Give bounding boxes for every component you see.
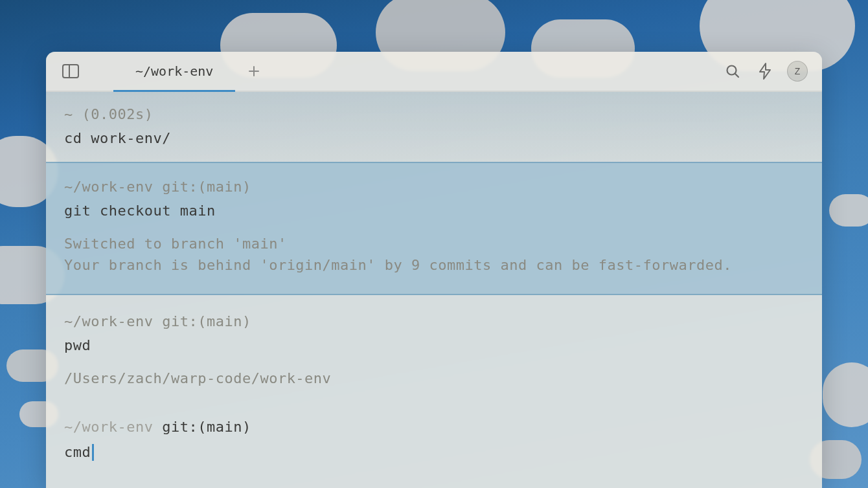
active-input-block[interactable]: ~/work-env git:(main) cmd — [46, 401, 822, 476]
prompt-path: ~/work-env — [64, 419, 162, 435]
tab-bar: ~/work-env — [113, 52, 722, 91]
terminal-body: ~ (0.002s) cd work-env/ ~/work-env git:(… — [46, 92, 822, 476]
avatar-initial: Z — [795, 66, 801, 76]
prompt-text: ~/work-env git:(main) — [64, 311, 804, 332]
command-block[interactable]: ~/work-env git:(main) pwd /Users/zach/wa… — [46, 295, 822, 401]
title-bar-right: Z — [722, 61, 808, 82]
output-text: /Users/zach/warp-code/work-env — [64, 368, 804, 389]
input-text: cmd — [64, 441, 91, 463]
bg-cloud — [823, 362, 868, 427]
svg-marker-6 — [760, 63, 770, 79]
new-tab-button[interactable] — [235, 65, 273, 77]
prompt-git: git:(main) — [162, 419, 251, 435]
tab-work-env[interactable]: ~/work-env — [113, 52, 235, 91]
command-text: pwd — [64, 335, 804, 356]
bg-cloud — [829, 194, 868, 227]
terminal-window: ~/work-env Z — [46, 52, 822, 488]
svg-line-5 — [735, 74, 738, 77]
output-text: Switched to branch 'main' Your branch is… — [64, 233, 804, 276]
command-input[interactable]: cmd — [64, 441, 804, 463]
tab-label: ~/work-env — [135, 63, 213, 79]
command-block[interactable]: ~ (0.002s) cd work-env/ — [46, 92, 822, 162]
lightning-icon[interactable] — [755, 61, 775, 82]
command-block-selected[interactable]: ~/work-env git:(main) git checkout main … — [46, 162, 822, 295]
prompt-text: ~/work-env git:(main) — [64, 176, 804, 197]
command-text: cd work-env/ — [64, 128, 804, 149]
prompt-text: ~ (0.002s) — [64, 104, 804, 125]
title-bar: ~/work-env Z — [46, 52, 822, 92]
avatar[interactable]: Z — [787, 61, 808, 82]
cursor — [92, 444, 94, 461]
command-text: git checkout main — [64, 200, 804, 221]
active-prompt: ~/work-env git:(main) — [64, 416, 804, 438]
search-icon[interactable] — [722, 61, 743, 82]
svg-rect-0 — [63, 65, 78, 78]
split-pane-icon[interactable] — [60, 61, 81, 82]
